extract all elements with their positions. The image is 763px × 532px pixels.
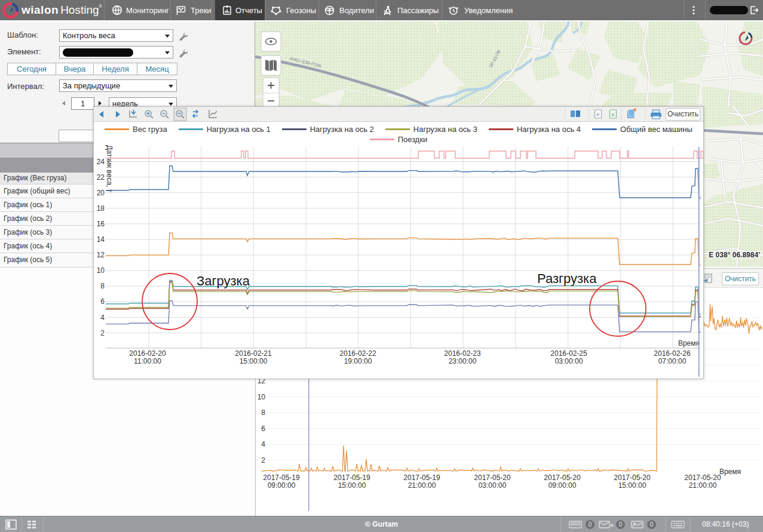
svg-text:10: 10 bbox=[97, 266, 105, 275]
svg-text:Время: Время bbox=[719, 468, 741, 476]
svg-text:14: 14 bbox=[97, 235, 105, 244]
svg-text:E 038° 06.8984': E 038° 06.8984' bbox=[709, 251, 760, 259]
svg-text:03:00:00: 03:00:00 bbox=[479, 481, 507, 490]
svg-text:2016-02-20: 2016-02-20 bbox=[129, 349, 166, 358]
svg-text:22: 22 bbox=[97, 173, 105, 182]
svg-text:4: 4 bbox=[100, 313, 105, 322]
svg-text:15:00:00: 15:00:00 bbox=[240, 357, 268, 365]
svg-text:03:00:00: 03:00:00 bbox=[555, 357, 583, 365]
svg-text:24: 24 bbox=[97, 158, 105, 166]
svg-text:2016-02-23: 2016-02-23 bbox=[444, 349, 481, 358]
svg-text:4: 4 bbox=[261, 440, 265, 448]
svg-text:23:00:00: 23:00:00 bbox=[449, 357, 477, 365]
svg-text:2: 2 bbox=[100, 329, 105, 337]
svg-text:21:00:00: 21:00:00 bbox=[408, 481, 436, 490]
svg-text:Загрузка: Загрузка bbox=[197, 273, 250, 288]
svg-text:Разгрузка: Разгрузка bbox=[537, 271, 597, 286]
svg-text:2017-05-19: 2017-05-19 bbox=[333, 473, 370, 482]
svg-text:20: 20 bbox=[97, 189, 105, 197]
svg-text:2017-05-20: 2017-05-20 bbox=[474, 473, 511, 482]
svg-text:15:00:00: 15:00:00 bbox=[338, 481, 366, 490]
svg-text:2017-05-20: 2017-05-20 bbox=[544, 473, 581, 482]
svg-text:2017-05-19: 2017-05-19 bbox=[263, 473, 300, 482]
svg-text:6: 6 bbox=[261, 425, 265, 433]
svg-text:Очистить: Очистить bbox=[667, 110, 698, 118]
svg-text:21:00:00: 21:00:00 bbox=[689, 481, 717, 490]
svg-text:15:00:00: 15:00:00 bbox=[618, 481, 646, 490]
svg-text:2016-02-21: 2016-02-21 bbox=[235, 349, 272, 358]
svg-text:18: 18 bbox=[97, 204, 105, 213]
svg-text:X: X bbox=[611, 112, 615, 118]
svg-text:09:00:00: 09:00:00 bbox=[548, 481, 577, 490]
svg-text:12: 12 bbox=[97, 251, 105, 259]
svg-text:2016-02-26: 2016-02-26 bbox=[654, 349, 691, 358]
svg-text:8: 8 bbox=[261, 408, 265, 417]
svg-text:Время: Время bbox=[678, 339, 700, 348]
svg-text:2017-05-20: 2017-05-20 bbox=[614, 473, 651, 482]
svg-text:2017-05-20: 2017-05-20 bbox=[684, 473, 721, 482]
svg-text:11:00:00: 11:00:00 bbox=[134, 357, 161, 365]
svg-text:2016-02-25: 2016-02-25 bbox=[550, 349, 587, 358]
svg-text:19:00:00: 19:00:00 bbox=[344, 357, 372, 365]
svg-text:2017-05-19: 2017-05-19 bbox=[403, 473, 440, 482]
svg-text:8: 8 bbox=[100, 282, 105, 290]
svg-text:6: 6 bbox=[100, 297, 105, 306]
svg-text:2016-02-22: 2016-02-22 bbox=[339, 349, 376, 358]
svg-text:10: 10 bbox=[258, 393, 266, 401]
svg-text:16: 16 bbox=[97, 220, 105, 228]
svg-text:09:00:00: 09:00:00 bbox=[268, 481, 296, 490]
svg-text:2: 2 bbox=[261, 456, 265, 465]
svg-text:P: P bbox=[596, 112, 599, 118]
svg-text:Датчик веса, т: Датчик веса, т bbox=[105, 145, 114, 193]
svg-text:07:00:00: 07:00:00 bbox=[658, 357, 687, 365]
